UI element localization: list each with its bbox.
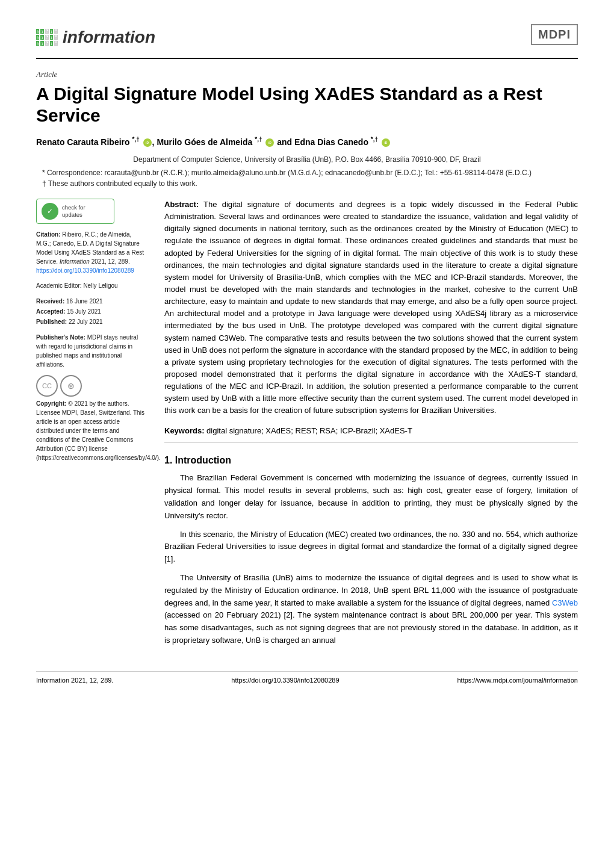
copyright-text: © 2021 by the authors. Licensee MDPI, Ba…	[36, 400, 161, 461]
accepted-label: Accepted:	[36, 308, 65, 315]
author-1: Renato Carauta Ribeiro *,†	[36, 137, 140, 147]
authors-line: Renato Carauta Ribeiro *,† , Murilo Góes…	[36, 136, 578, 147]
bit-cell: 0	[36, 41, 39, 46]
affiliation-dept: Department of Computer Science, Universi…	[36, 154, 578, 165]
dagger-note: † These authors contributed equally to t…	[36, 178, 578, 189]
citation-block: Citation: Ribeiro, R.C.; de Almeida, M.G…	[36, 230, 147, 275]
bit-cell: 0	[45, 29, 49, 34]
intro-para-2: In this scenario, the Ministry of Educat…	[164, 529, 578, 566]
mdpi-label: MDPI	[531, 24, 578, 45]
footer-journal-url-link[interactable]: https://www.mdpi.com/journal/information	[457, 677, 578, 684]
intro-para-1: The Brazilian Federal Government is conc…	[164, 472, 578, 522]
keywords-block: Keywords: digital signature; XAdES; REST…	[164, 426, 578, 443]
article-title: A Digital Signature Model Using XAdES St…	[36, 83, 578, 126]
cc-icon: CC	[36, 375, 58, 397]
bits-logo-icon: 0 1 0 1 0 0 1 0 1 0 0 1 0 1	[36, 24, 58, 51]
orcid-icon-1	[143, 138, 152, 147]
bit-cell: 1	[50, 41, 53, 46]
cc-text: Copyright: © 2021 by the authors. Licens…	[36, 399, 147, 462]
page-header: 0 1 0 1 0 0 1 0 1 0 0 1 0 1	[36, 24, 578, 59]
right-main-content: Abstract: The digital signature of docum…	[164, 199, 578, 653]
copyright-label: Copyright:	[36, 400, 67, 407]
cc-license-block: CC ⊛ Copyright: © 2021 by the authors. L…	[36, 375, 147, 462]
editor-label: Academic Editor:	[36, 282, 82, 289]
orcid-icon-2	[265, 138, 274, 147]
footer-journal-url: https://www.mdpi.com/journal/information	[457, 677, 578, 684]
footer-doi-link[interactable]: https://doi.org/10.3390/info12080289	[231, 677, 339, 684]
correspondence-line: * Correspondence: rcarauta@unb.br (R.C.R…	[36, 167, 578, 178]
left-sidebar: ✓ check for updates Citation: Ribeiro, R…	[36, 199, 147, 653]
introduction-heading: 1. Introduction	[164, 455, 578, 466]
section-title-text: Introduction	[175, 455, 231, 465]
article-type: Article	[36, 70, 578, 79]
bit-cell: 1	[40, 35, 43, 40]
journal-name: information	[63, 28, 155, 47]
cc-icons: CC ⊛	[36, 375, 147, 397]
keywords-text: digital signature; XAdES; REST; RSA; ICP…	[206, 426, 412, 435]
section-num: 1.	[164, 455, 172, 465]
received-date: 16 June 2021	[66, 298, 103, 305]
page: 0 1 0 1 0 0 1 0 1 0 0 1 0 1	[0, 0, 614, 868]
dates-block: Received: 16 June 2021 Accepted: 15 July…	[36, 296, 147, 327]
bit-cell: 0	[54, 29, 58, 34]
bit-cell: 0	[45, 41, 49, 46]
bit-cell: 0	[36, 35, 39, 40]
editor-block: Academic Editor: Nelly Leligou	[36, 281, 147, 290]
bit-cell: 0	[54, 41, 58, 46]
orcid-icon-3	[382, 138, 390, 147]
c3web-link[interactable]: C3Web	[552, 598, 578, 607]
correspondence-text: rcarauta@unb.br (R.C.R.); murilo.almeida…	[104, 169, 532, 177]
correspondence-label: * Correspondence:	[42, 169, 102, 177]
footer-journal-ref: Information 2021, 12, 289.	[36, 677, 113, 684]
bit-cell: 1	[50, 35, 53, 40]
citation-year-vol: 2021, 12, 289.	[91, 258, 130, 265]
bit-cell: 1	[40, 29, 43, 34]
editor-name: Nelly Leligou	[83, 282, 117, 289]
published-label: Published:	[36, 318, 67, 325]
keywords-label: Keywords:	[164, 426, 204, 435]
author-and: and Edna Dias Canedo *,†	[277, 137, 378, 147]
check-for-updates-badge[interactable]: ✓ check for updates	[36, 199, 114, 224]
journal-logo: 0 1 0 1 0 0 1 0 1 0 0 1 0 1	[36, 24, 155, 51]
by-icon: ⊛	[60, 375, 82, 397]
check-updates-text: check for updates	[62, 204, 85, 219]
publisher-note-label: Publisher's Note:	[36, 334, 85, 341]
intro-para-3: The University of Brasília (UnB) aims to…	[164, 572, 578, 647]
bit-cell: 0	[54, 35, 58, 40]
bit-cell: 1	[50, 29, 53, 34]
page-footer: Information 2021, 12, 289. https://doi.o…	[36, 671, 578, 684]
bit-cell: 0	[36, 29, 39, 34]
bit-cell: 1	[40, 41, 43, 46]
mdpi-logo: MDPI	[531, 24, 578, 45]
published-date: 22 July 2021	[69, 318, 103, 325]
received-label: Received:	[36, 298, 64, 305]
citation-label: Citation:	[36, 231, 61, 238]
check-updates-icon: ✓	[42, 203, 58, 220]
affiliation-box: Department of Computer Science, Universi…	[36, 154, 578, 189]
citation-doi-link[interactable]: https://doi.org/10.3390/info12080289	[36, 267, 134, 274]
abstract-block: Abstract: The digital signature of docum…	[164, 199, 578, 417]
accepted-date: 15 July 2021	[67, 308, 101, 315]
author-2: Murilo Góes de Almeida *,†	[157, 137, 262, 147]
citation-journal: Information	[60, 258, 90, 265]
footer-doi: https://doi.org/10.3390/info12080289	[231, 677, 339, 684]
bit-cell: 0	[45, 35, 49, 40]
publisher-note: Publisher's Note: MDPI stays neutral wit…	[36, 333, 147, 369]
abstract-label: Abstract:	[164, 200, 199, 209]
two-column-layout: ✓ check for updates Citation: Ribeiro, R…	[36, 199, 578, 653]
abstract-text: The digital signature of documents and d…	[164, 200, 578, 415]
